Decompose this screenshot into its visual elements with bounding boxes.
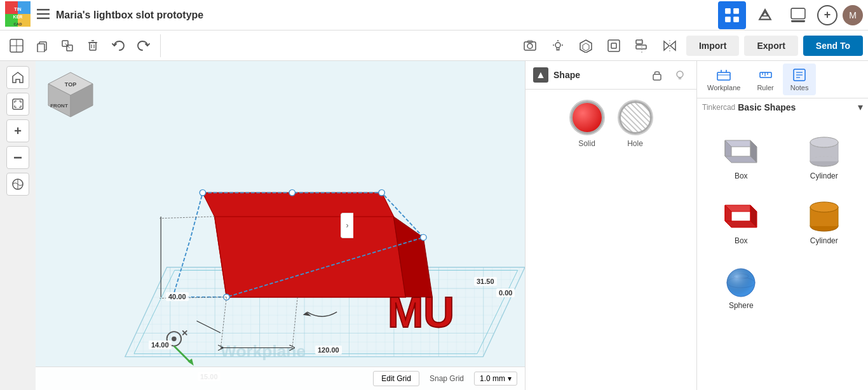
export-button[interactable]: Export	[744, 36, 797, 56]
shape-card-box-gray[interactable]: Box	[702, 126, 780, 185]
gallery-button[interactable]	[784, 1, 812, 29]
svg-line-91	[159, 217, 214, 219]
scene[interactable]: Workplane MU	[36, 61, 525, 390]
svg-point-132	[810, 202, 838, 212]
svg-text:FRONT: FRONT	[50, 103, 68, 109]
svg-rect-42	[636, 45, 646, 49]
svg-marker-38	[583, 43, 589, 51]
shape-panel: ▲ Shape Solid	[525, 61, 696, 390]
shape-collapse-button[interactable]: ▲	[533, 67, 548, 83]
svg-point-75	[289, 190, 295, 196]
svg-point-83	[172, 337, 177, 342]
side-top-nav: Workplane Ruler	[697, 61, 868, 98]
import-button[interactable]: Import	[686, 36, 740, 56]
dim-d4: 14.00	[149, 340, 172, 349]
svg-rect-97	[717, 72, 730, 80]
viewport[interactable]: TOP FRONT Workplane	[36, 61, 525, 390]
svg-text:MU: MU	[388, 288, 454, 336]
redo-button[interactable]	[132, 34, 155, 57]
dim-width: 40.00	[166, 292, 189, 301]
svg-point-77	[200, 190, 205, 196]
svg-rect-24	[90, 43, 96, 50]
notes-icon	[792, 67, 807, 83]
home-view-button[interactable]	[6, 66, 29, 89]
workplane-nav-label: Workplane	[707, 84, 740, 91]
new-workplane-button[interactable]	[5, 34, 28, 57]
svg-text:KER: KER	[13, 15, 23, 19]
svg-point-30	[527, 43, 532, 48]
svg-rect-11	[733, 8, 739, 14]
cylinder-gray-label: Cylinder	[810, 171, 838, 180]
sphere-blue-icon	[719, 260, 763, 299]
shape-card-sphere-blue[interactable]: Sphere	[702, 255, 780, 315]
svg-point-119	[810, 137, 838, 147]
svg-rect-101	[760, 72, 771, 77]
notes-nav-item[interactable]: Notes	[783, 64, 817, 95]
light-button[interactable]	[546, 34, 569, 57]
duplicate-button[interactable]	[56, 34, 79, 57]
orientation-button[interactable]	[6, 173, 29, 196]
solid-label: Solid	[578, 139, 595, 148]
hollow-button[interactable]	[602, 34, 625, 57]
left-tools: + −	[0, 61, 36, 390]
ruler-icon	[758, 67, 773, 83]
zoom-in-button[interactable]: +	[6, 119, 29, 142]
logo[interactable]: TIN KER CAD	[5, 1, 31, 29]
shape-card-cylinder-orange[interactable]: Cylinder	[785, 191, 864, 250]
svg-marker-73	[203, 192, 393, 217]
workplane-icon	[716, 67, 731, 83]
svg-rect-7	[37, 9, 50, 11]
send-to-button[interactable]: Send To	[803, 36, 863, 56]
notes-nav-label: Notes	[790, 84, 809, 91]
dim-height: 31.50	[474, 277, 497, 286]
dim-d5: 120.00	[315, 346, 342, 354]
lock-icon[interactable]	[648, 66, 666, 84]
hamburger-menu[interactable]	[37, 8, 50, 23]
ruler-nav-item[interactable]: Ruler	[749, 64, 781, 95]
zoom-out-button[interactable]: −	[6, 146, 29, 169]
grid-view-button[interactable]	[718, 1, 746, 29]
box-gray-icon	[719, 131, 763, 169]
svg-text:TIN: TIN	[14, 7, 21, 11]
svg-rect-95	[653, 74, 661, 80]
shape-gen-button[interactable]	[574, 34, 597, 57]
view-cube[interactable]: TOP FRONT	[36, 66, 105, 130]
svg-rect-12	[725, 17, 731, 22]
edit-grid-button[interactable]: Edit Grid	[373, 371, 419, 386]
snap-value[interactable]: 1.0 mm ▾	[474, 372, 517, 386]
svg-text:✕: ✕	[181, 328, 188, 338]
undo-button[interactable]	[107, 34, 130, 57]
svg-line-23	[65, 43, 70, 48]
svg-rect-39	[608, 40, 620, 51]
add-user-button[interactable]: +	[817, 5, 837, 25]
svg-point-136	[727, 269, 755, 297]
solid-option[interactable]: Solid	[569, 100, 605, 148]
fit-view-button[interactable]	[6, 93, 29, 116]
header: TIN KER CAD Maria's lightbox slot protot…	[0, 0, 868, 30]
shape-card-box-red[interactable]: Box	[702, 191, 780, 250]
learn-button[interactable]	[751, 1, 779, 29]
toolbar-right: Import Export Send To	[519, 34, 863, 57]
toolbar-left	[5, 34, 161, 57]
copy-button[interactable]	[31, 34, 53, 57]
snap-dropdown-icon: ▾	[508, 374, 512, 383]
svg-rect-13	[733, 17, 739, 22]
shape-title: Shape	[553, 70, 643, 80]
workplane-nav-item[interactable]: Workplane	[700, 64, 748, 95]
mirror-button[interactable]	[658, 34, 681, 57]
shape-header: ▲ Shape	[526, 61, 696, 90]
shapes-grid: Box	[702, 126, 863, 315]
svg-rect-9	[37, 17, 50, 19]
svg-rect-47	[13, 99, 23, 109]
camera-button[interactable]	[519, 34, 541, 57]
avatar[interactable]: M	[843, 5, 863, 25]
hole-option[interactable]: Hole	[618, 100, 653, 148]
library-dropdown-icon[interactable]: ▾	[858, 101, 863, 113]
shape-card-cylinder-gray[interactable]: Cylinder	[785, 126, 864, 185]
panel-collapse-button[interactable]: ›	[341, 213, 353, 238]
align-button[interactable]	[630, 34, 653, 57]
bulb-icon[interactable]	[671, 66, 689, 84]
delete-button[interactable]	[81, 34, 104, 57]
svg-text:TOP: TOP	[65, 81, 76, 88]
svg-rect-40	[611, 43, 616, 48]
